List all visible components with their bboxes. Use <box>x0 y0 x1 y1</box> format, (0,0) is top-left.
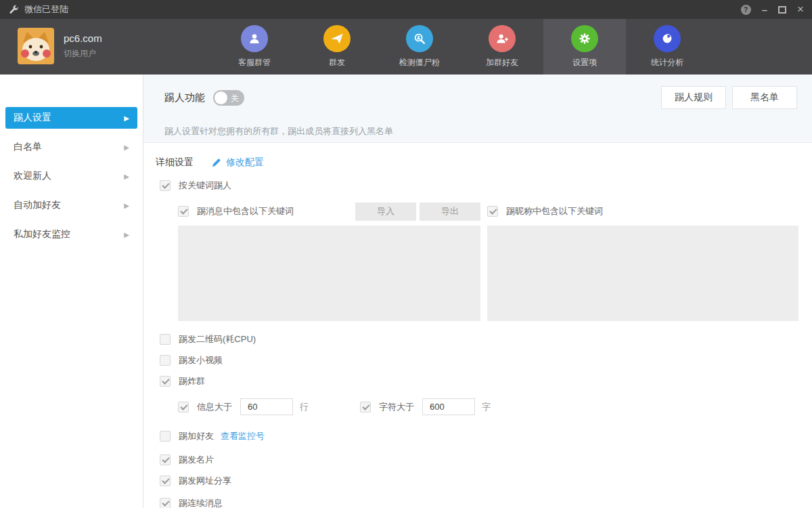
edit-config-link[interactable]: 修改配置 <box>211 156 264 169</box>
chars-unit-label: 字 <box>482 401 491 413</box>
pencil-icon <box>211 158 221 168</box>
edit-config-label: 修改配置 <box>226 156 264 169</box>
user-block: pc6.com 切换用户 <box>18 28 102 64</box>
chevron-right-icon: ▶ <box>124 144 129 151</box>
nav-item-customer-service[interactable]: 客服群管 <box>213 19 296 75</box>
nick-keyword-label: 踢昵称中包含以下关键词 <box>506 205 603 217</box>
sidebar-item-whitelist[interactable]: 白名单 ▶ <box>5 136 137 158</box>
app-window: 微信已登陆 ? – × <box>0 0 812 508</box>
nav-label: 设置项 <box>572 57 597 68</box>
sidebar-item-private-friend-monitor[interactable]: 私加好友监控 ▶ <box>5 224 137 245</box>
toggle-knob <box>215 91 227 104</box>
kick-card-checkbox[interactable] <box>160 454 171 465</box>
sidebar: 踢人设置 ▶ 白名单 ▶ 欢迎新人 ▶ 自动加好友 ▶ 私加好友监控 ▶ <box>0 75 143 508</box>
kick-feature-label: 踢人功能 <box>164 91 205 104</box>
chars-threshold-input[interactable] <box>422 398 475 415</box>
detail-settings-title: 详细设置 <box>156 156 194 169</box>
msg-keyword-label: 踢消息中包含以下关键词 <box>197 205 294 217</box>
rows-condition-label: 信息大于 <box>197 401 232 413</box>
msg-keyword-checkbox[interactable] <box>178 206 189 217</box>
toggle-state-label: 关 <box>231 93 239 104</box>
rows-unit-label: 行 <box>300 401 309 413</box>
main-content: 踢人功能 关 踢人规则 黑名单 踢人设置针对您拥有的所有群，踢出成员将直接列入黑… <box>143 75 812 508</box>
kick-feature-toggle[interactable]: 关 <box>213 90 244 106</box>
sidebar-item-label: 欢迎新人 <box>14 170 51 182</box>
kick-video-checkbox[interactable] <box>160 355 171 366</box>
minimize-icon[interactable]: – <box>762 4 767 16</box>
kick-add-friend-checkbox[interactable] <box>160 431 171 442</box>
detail-settings: 详细设置 修改配置 按关键词踢人 <box>143 143 812 508</box>
nick-keywords-textarea[interactable] <box>487 226 798 321</box>
rows-condition-checkbox[interactable] <box>178 402 189 412</box>
import-button[interactable]: 导入 <box>355 203 416 221</box>
nav-label: 客服群管 <box>238 57 271 68</box>
rows-threshold-input[interactable] <box>240 398 293 415</box>
kick-url-share-label: 踢发网址分享 <box>179 475 231 487</box>
sidebar-item-label: 踢人设置 <box>14 112 51 124</box>
nav-label: 群发 <box>329 57 345 68</box>
sidebar-item-label: 私加好友监控 <box>14 228 70 240</box>
nav-item-add-group-friends[interactable]: 加群好友 <box>461 19 543 75</box>
kick-feature-panel: 踢人功能 关 踢人规则 黑名单 踢人设置针对您拥有的所有群，踢出成员将直接列入黑… <box>143 75 812 143</box>
keyword-kick-checkbox[interactable] <box>160 180 171 191</box>
kick-bomb-checkbox[interactable] <box>160 376 171 387</box>
nav-item-statistics[interactable]: 统计分析 <box>626 19 708 75</box>
chars-condition-label: 字符大于 <box>379 401 414 413</box>
nav-label: 加群好友 <box>486 57 518 68</box>
nav-item-detect-zombie-fans[interactable]: 检测僵尸粉 <box>378 19 461 75</box>
chevron-right-icon: ▶ <box>124 114 129 122</box>
kick-description: 踢人设置针对您拥有的所有群，踢出成员将直接列入黑名单 <box>164 125 797 137</box>
header: pc6.com 切换用户 客服群管 <box>0 19 812 75</box>
nick-keyword-checkbox[interactable] <box>487 206 498 217</box>
kick-card-label: 踢发名片 <box>179 454 214 466</box>
sidebar-item-label: 白名单 <box>14 141 42 153</box>
paper-plane-icon <box>330 31 344 46</box>
titlebar: 微信已登陆 ? – × <box>0 0 812 19</box>
pie-chart-icon <box>660 31 675 46</box>
nav-label: 统计分析 <box>651 57 683 68</box>
window-title: 微信已登陆 <box>24 3 68 16</box>
help-icon[interactable]: ? <box>741 5 751 15</box>
nav-item-broadcast[interactable]: 群发 <box>296 19 378 75</box>
chevron-right-icon: ▶ <box>124 231 129 238</box>
sidebar-item-kick-settings[interactable]: 踢人设置 ▶ <box>5 107 137 129</box>
maximize-icon[interactable] <box>778 6 786 14</box>
kick-video-label: 踢发小视频 <box>179 354 223 366</box>
nav-label: 检测僵尸粉 <box>399 57 440 68</box>
customer-service-icon <box>247 31 262 46</box>
add-friend-icon <box>495 31 510 46</box>
kick-qr-label: 踢发二维码(耗CPU) <box>179 333 256 345</box>
sidebar-item-auto-add-friends[interactable]: 自动加好友 ▶ <box>5 194 137 216</box>
chevron-right-icon: ▶ <box>124 202 129 209</box>
nav-item-settings[interactable]: 设置项 <box>543 19 626 75</box>
user-avatar[interactable] <box>18 28 54 64</box>
top-nav: 客服群管 群发 <box>213 19 708 75</box>
msg-keywords-textarea[interactable] <box>178 226 480 321</box>
chevron-right-icon: ▶ <box>124 173 129 180</box>
switch-user-link[interactable]: 切换用户 <box>64 48 102 60</box>
view-monitor-account-link[interactable]: 查看监控号 <box>221 430 265 442</box>
kick-continuous-label: 踢连续消息 <box>179 497 223 508</box>
kick-continuous-checkbox[interactable] <box>160 498 171 508</box>
keyword-kick-label: 按关键词踢人 <box>179 179 231 192</box>
export-button[interactable]: 导出 <box>420 203 480 221</box>
blacklist-button[interactable]: 黑名单 <box>732 86 797 109</box>
kick-qr-checkbox[interactable] <box>160 334 171 345</box>
wrench-icon <box>8 4 19 15</box>
gear-icon <box>577 31 592 46</box>
username: pc6.com <box>64 33 102 44</box>
magnifier-icon <box>412 31 427 46</box>
kick-add-friend-label: 踢加好友 <box>179 430 214 442</box>
sidebar-item-label: 自动加好友 <box>14 199 61 211</box>
kick-url-share-checkbox[interactable] <box>160 475 171 486</box>
close-icon[interactable]: × <box>797 3 804 16</box>
kick-rules-button[interactable]: 踢人规则 <box>661 86 726 109</box>
kick-bomb-label: 踢炸群 <box>179 375 205 387</box>
chars-condition-checkbox[interactable] <box>360 402 371 412</box>
sidebar-item-welcome-newcomers[interactable]: 欢迎新人 ▶ <box>5 165 137 187</box>
